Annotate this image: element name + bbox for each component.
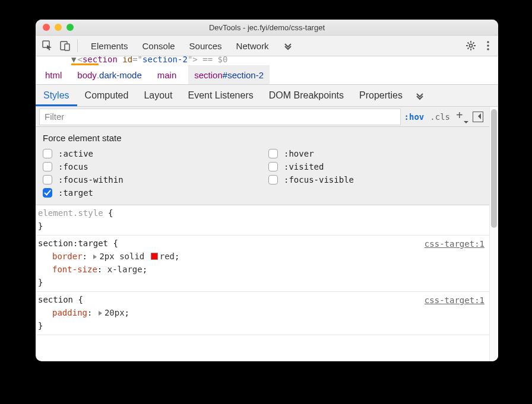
style-rules: element.style {}css-target:1section:targ… bbox=[36, 205, 489, 361]
window-title: DevTools - jec.fyi/demo/css-target bbox=[36, 23, 498, 32]
subtab-properties[interactable]: Properties bbox=[352, 85, 410, 106]
force-state-label: :active bbox=[58, 149, 93, 158]
force-state-panel: Force element state :active:hover:focus:… bbox=[36, 127, 489, 205]
checkbox-icon[interactable] bbox=[268, 149, 278, 158]
declaration[interactable]: border: 2px solid red; bbox=[52, 250, 484, 263]
gear-icon[interactable] bbox=[465, 40, 477, 52]
force-state-focus[interactable]: :focus bbox=[43, 162, 256, 171]
force-state-focus-visible[interactable]: :focus-visible bbox=[268, 175, 482, 184]
more-subtabs-icon[interactable] bbox=[410, 91, 429, 100]
force-state-visited[interactable]: :visited bbox=[268, 162, 482, 171]
subtab-layout[interactable]: Layout bbox=[136, 85, 180, 106]
close-icon[interactable] bbox=[43, 24, 50, 31]
subtab-computed[interactable]: Computed bbox=[77, 85, 137, 106]
rule-selector[interactable]: element.style { bbox=[38, 206, 484, 220]
new-style-rule-icon[interactable] bbox=[456, 112, 467, 122]
force-state-label: :focus bbox=[58, 162, 88, 171]
devtools-window: DevTools - jec.fyi/demo/css-target Eleme… bbox=[36, 20, 498, 361]
checkbox-icon[interactable] bbox=[43, 149, 52, 158]
checkbox-icon[interactable] bbox=[43, 188, 52, 198]
scrollbar-thumb[interactable] bbox=[491, 109, 497, 228]
breadcrumb-html[interactable]: html bbox=[42, 65, 65, 84]
breadcrumb: html body.dark-mode main section#section… bbox=[36, 65, 498, 85]
subtab-dom-breakpoints[interactable]: DOM Breakpoints bbox=[261, 85, 352, 106]
traffic-lights bbox=[36, 24, 74, 31]
filter-input[interactable] bbox=[39, 109, 401, 125]
style-rule[interactable]: element.style {} bbox=[36, 205, 489, 236]
checkbox-icon[interactable] bbox=[43, 162, 52, 171]
style-rule[interactable]: css-target:1section {padding: 20px;} bbox=[36, 292, 489, 335]
rule-source-link[interactable]: css-target:1 bbox=[425, 237, 484, 250]
hov-toggle[interactable]: :hov bbox=[404, 112, 425, 122]
style-rule[interactable]: css-target:1section:target {border: 2px … bbox=[36, 236, 489, 292]
force-state-label: :focus-visible bbox=[284, 175, 354, 184]
more-tabs-icon[interactable] bbox=[283, 41, 293, 50]
tab-sources[interactable]: Sources bbox=[182, 36, 229, 56]
color-swatch-icon[interactable] bbox=[151, 253, 158, 260]
checkbox-icon[interactable] bbox=[43, 175, 52, 184]
expand-icon[interactable] bbox=[93, 255, 97, 259]
svg-point-4 bbox=[487, 41, 489, 43]
rule-selector[interactable]: section:target { bbox=[38, 237, 484, 250]
subtab-event-listeners[interactable]: Event Listeners bbox=[180, 85, 261, 106]
tab-console[interactable]: Console bbox=[135, 36, 182, 56]
declaration[interactable]: font-size: x-large; bbox=[52, 263, 484, 276]
rule-selector[interactable]: section { bbox=[38, 293, 484, 306]
subtab-styles[interactable]: Styles bbox=[36, 85, 77, 106]
device-toggle-icon[interactable] bbox=[59, 40, 71, 52]
svg-point-6 bbox=[487, 48, 489, 50]
force-state-label: :visited bbox=[284, 162, 324, 171]
force-state-label: :target bbox=[58, 188, 93, 198]
styles-subtabs: Styles Computed Layout Event Listeners D… bbox=[36, 85, 498, 107]
titlebar: DevTools - jec.fyi/demo/css-target bbox=[36, 20, 498, 36]
force-state-label: :focus-within bbox=[58, 175, 124, 184]
rule-close-brace: } bbox=[38, 319, 484, 332]
styles-pane: :hov .cls Force element state :active:ho… bbox=[36, 107, 489, 361]
rule-close-brace: } bbox=[38, 276, 484, 289]
svg-point-5 bbox=[487, 44, 489, 47]
force-state-hover[interactable]: :hover bbox=[268, 149, 482, 158]
breadcrumb-main[interactable]: main bbox=[154, 65, 180, 84]
breadcrumb-body[interactable]: body.dark-mode bbox=[74, 65, 145, 84]
scrollbar[interactable] bbox=[489, 107, 498, 361]
expand-icon[interactable] bbox=[99, 311, 102, 316]
checkbox-icon[interactable] bbox=[268, 162, 278, 171]
tab-elements[interactable]: Elements bbox=[84, 36, 135, 56]
cls-toggle[interactable]: .cls bbox=[430, 112, 450, 122]
force-state-label: :hover bbox=[284, 149, 314, 158]
rule-source-link[interactable]: css-target:1 bbox=[425, 294, 484, 307]
inspect-icon[interactable] bbox=[42, 40, 53, 52]
declaration[interactable]: padding: 20px; bbox=[52, 306, 484, 319]
styles-pane-container: :hov .cls Force element state :active:ho… bbox=[36, 107, 498, 361]
main-toolbar: Elements Console Sources Network bbox=[36, 36, 498, 56]
maximize-icon[interactable] bbox=[66, 24, 74, 31]
breadcrumb-section[interactable]: section#section-2 bbox=[188, 65, 270, 84]
minimize-icon[interactable] bbox=[55, 24, 62, 31]
divider bbox=[77, 39, 78, 52]
force-state-target[interactable]: :target bbox=[43, 188, 256, 198]
dom-tree-row[interactable]: ▼<section id="section-2"> == $0 bbox=[36, 56, 498, 65]
filter-row: :hov .cls bbox=[36, 107, 489, 127]
force-state-focus-within[interactable]: :focus-within bbox=[43, 175, 256, 184]
kebab-icon[interactable] bbox=[484, 40, 492, 52]
force-state-active[interactable]: :active bbox=[43, 149, 256, 158]
svg-point-3 bbox=[469, 44, 472, 47]
force-state-title: Force element state bbox=[43, 133, 482, 143]
svg-rect-2 bbox=[65, 44, 69, 50]
tab-network[interactable]: Network bbox=[229, 36, 276, 56]
rule-close-brace: } bbox=[38, 220, 484, 233]
computed-panel-toggle-icon[interactable] bbox=[473, 112, 483, 122]
checkbox-icon[interactable] bbox=[268, 175, 278, 184]
